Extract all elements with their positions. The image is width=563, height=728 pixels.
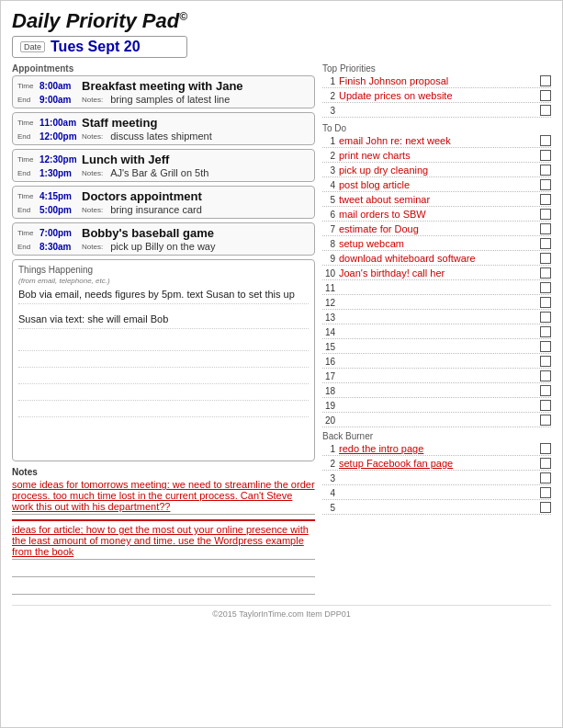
priority-checkbox-3[interactable] [540, 105, 551, 116]
backburner-checkbox-1[interactable] [540, 443, 551, 454]
todo-checkbox-17[interactable] [540, 370, 551, 381]
todo-num-20: 20 [322, 415, 335, 426]
todo-num-11: 11 [322, 283, 335, 293]
backburner-section: Back Burner 1redo the intro page2setup F… [322, 431, 551, 515]
appointment-3: Time 12:30pm Lunch with Jeff End 1:30pm … [12, 149, 315, 182]
appt-1-row2: End 9:00am Notes: bring samples of lates… [17, 94, 310, 105]
todo-num-18: 18 [322, 386, 335, 396]
backburner-checkbox-5[interactable] [540, 502, 551, 513]
todo-checkbox-6[interactable] [540, 209, 551, 220]
backburner-rows: 1redo the intro page2setup Facebook fan … [322, 443, 551, 515]
things-entry-1: Bob via email, needs figures by 5pm. tex… [18, 289, 309, 304]
todo-checkbox-8[interactable] [540, 238, 551, 249]
backburner-text-2: setup Facebook fan page [339, 458, 538, 469]
priority-checkbox-1[interactable] [540, 75, 551, 86]
todo-checkbox-4[interactable] [540, 179, 551, 190]
footer-text: ©2015 TaylorInTime.com Item DPP01 [212, 609, 351, 619]
appt-2-end-label: End [17, 132, 36, 141]
todo-checkbox-18[interactable] [540, 385, 551, 396]
todo-num-14: 14 [322, 327, 335, 337]
priority-checkbox-2[interactable] [540, 90, 551, 101]
todo-checkbox-7[interactable] [540, 223, 551, 234]
todo-checkbox-3[interactable] [540, 165, 551, 176]
appt-4-row2: End 5:00pm Notes: bring insurance card [17, 204, 310, 215]
todo-row-13: 13 [322, 312, 551, 324]
todo-checkbox-13[interactable] [540, 312, 551, 323]
things-happening-label: Things Happening [18, 265, 309, 275]
appt-1-note: bring samples of latest line [110, 94, 230, 105]
todo-row-14: 14 [322, 326, 551, 339]
appt-4-row1: Time 4:15pm Doctors appointment [17, 189, 310, 203]
todo-row-17: 17 [322, 370, 551, 383]
backburner-num-5: 5 [322, 503, 335, 513]
things-entry-2: Susan via text: she will email Bob [18, 313, 309, 329]
appt-4-time-label: Time [17, 192, 36, 200]
backburner-checkbox-2[interactable] [540, 458, 551, 469]
appt-2-row1: Time 11:00am Staff meeting [17, 116, 310, 130]
todo-checkbox-19[interactable] [540, 400, 551, 411]
todo-num-12: 12 [322, 298, 335, 308]
todo-checkbox-14[interactable] [540, 326, 551, 337]
todo-checkbox-9[interactable] [540, 253, 551, 264]
right-column: Top Priorities 1 Finish Johnson proposal… [322, 63, 551, 597]
todo-checkbox-11[interactable] [540, 282, 551, 293]
priority-row-3: 3 [322, 105, 551, 118]
todo-rows: 1email John re: next week2print new char… [322, 135, 551, 427]
backburner-checkbox-4[interactable] [540, 487, 551, 498]
todo-num-5: 5 [322, 195, 335, 205]
priority-num-2: 2 [322, 91, 335, 101]
notes-section: Notes some ideas for tomorrows meeting: … [12, 467, 315, 595]
todo-checkbox-2[interactable] [540, 150, 551, 161]
appt-5-row1: Time 7:00pm Bobby's baseball game [17, 226, 310, 240]
priority-row-1: 1 Finish Johnson proposal [322, 75, 551, 88]
appt-3-row1: Time 12:30pm Lunch with Jeff [17, 153, 310, 166]
todo-row-7: 7estimate for Doug [322, 223, 551, 236]
todo-label: To Do [322, 123, 551, 133]
appt-4-notes-label: Notes: [82, 206, 103, 214]
todo-checkbox-5[interactable] [540, 194, 551, 205]
appt-5-end-label: End [17, 243, 36, 251]
todo-checkbox-20[interactable] [540, 415, 551, 426]
todo-text-4: post blog article [339, 179, 538, 190]
appt-2-time-start: 11:00am [39, 118, 78, 128]
appt-4-end-label: End [17, 206, 36, 214]
top-priorities-section: Top Priorities 1 Finish Johnson proposal… [322, 63, 551, 118]
appt-2-time-label: Time [17, 119, 36, 127]
appt-2-time-end: 12:00pm [39, 131, 78, 142]
todo-row-6: 6mail orders to SBW [322, 209, 551, 222]
todo-row-4: 4post blog article [322, 179, 551, 192]
appt-2-title: Staff meeting [82, 116, 157, 130]
appt-3-title: Lunch with Jeff [82, 153, 169, 166]
todo-checkbox-16[interactable] [540, 356, 551, 367]
date-label: Date [20, 41, 45, 52]
todo-row-11: 11 [322, 282, 551, 295]
todo-num-8: 8 [322, 239, 335, 249]
date-value: Tues Sept 20 [51, 39, 141, 55]
todo-checkbox-15[interactable] [540, 341, 551, 352]
todo-row-10: 10Joan's birthday! call her [322, 267, 551, 280]
backburner-num-1: 1 [322, 444, 335, 454]
note-entry-1: some ideas for tomorrows meeting: we nee… [12, 479, 315, 515]
appt-3-note: AJ's Bar & Grill on 5th [110, 167, 208, 178]
title-text: Daily Priority Pad [12, 9, 179, 32]
todo-num-4: 4 [322, 180, 335, 190]
note-entry-2: ideas for article; how to get the most o… [12, 524, 315, 560]
appointment-2: Time 11:00am Staff meeting End 12:00pm N… [12, 112, 315, 145]
priority-text-1: Finish Johnson proposal [339, 75, 538, 86]
todo-checkbox-12[interactable] [540, 297, 551, 308]
todo-row-12: 12 [322, 297, 551, 310]
note-blank-1 [12, 563, 315, 577]
appt-2-notes-label: Notes: [82, 132, 103, 141]
todo-text-10: Joan's birthday! call her [339, 267, 538, 279]
todo-checkbox-10[interactable] [540, 267, 551, 279]
backburner-row-2: 2setup Facebook fan page [322, 458, 551, 471]
todo-checkbox-1[interactable] [540, 135, 551, 146]
backburner-checkbox-3[interactable] [540, 472, 551, 483]
appt-5-title: Bobby's baseball game [82, 226, 214, 240]
appt-5-row2: End 8:30am Notes: pick up Billy on the w… [17, 241, 310, 252]
todo-num-9: 9 [322, 254, 335, 264]
todo-row-3: 3pick up dry cleaning [322, 165, 551, 177]
todo-row-20: 20 [322, 415, 551, 427]
todo-section: To Do 1email John re: next week2print ne… [322, 123, 551, 427]
appointments-label: Appointments [12, 63, 315, 74]
